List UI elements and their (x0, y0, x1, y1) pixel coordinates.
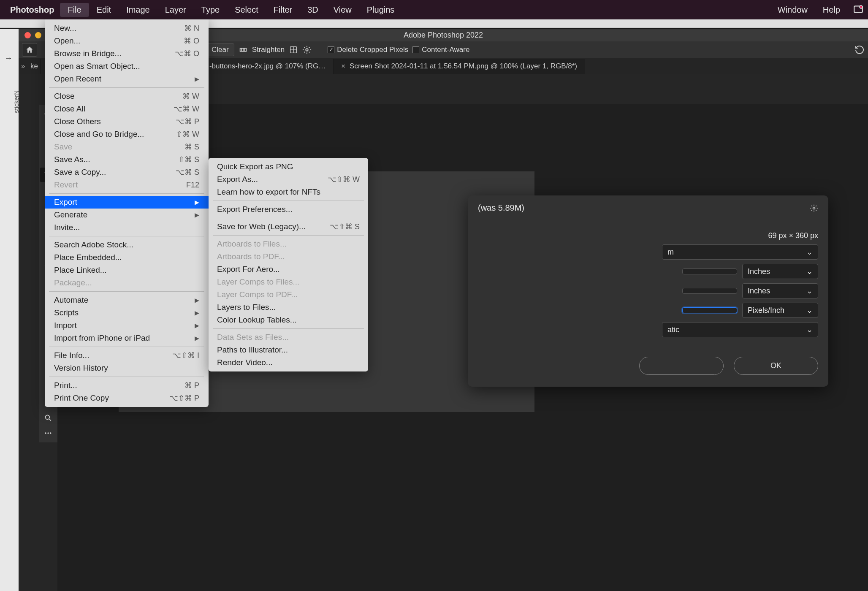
menu-item[interactable]: Automate▶ (45, 294, 209, 306)
menubar-type[interactable]: Type (194, 3, 227, 17)
menu-item-label: File Info... (54, 351, 89, 360)
menubar-3d[interactable]: 3D (300, 3, 326, 17)
minimize-window-button[interactable] (35, 32, 41, 38)
menu-item[interactable]: Invite... (45, 221, 209, 234)
resolution-unit-select[interactable]: Pixels/Inch⌄ (742, 303, 818, 318)
menu-item[interactable]: Export▶ (45, 196, 209, 209)
menu-item[interactable]: Open...⌘ O (45, 35, 209, 47)
menu-item[interactable]: Browse in Bridge...⌥⌘ O (45, 47, 209, 60)
screenshare-icon[interactable] (853, 4, 864, 15)
menu-separator (49, 291, 204, 292)
menu-item-label: Generate (54, 210, 87, 220)
submenu-item[interactable]: Save for Web (Legacy)...⌥⇧⌘ S (209, 220, 368, 233)
submenu-item[interactable]: Render Video... (209, 356, 368, 369)
menu-item[interactable]: Close Others⌥⌘ P (45, 115, 209, 128)
fit-to-select[interactable]: m⌄ (662, 244, 818, 260)
submenu-item[interactable]: Export Preferences... (209, 203, 368, 216)
menubar-filter[interactable]: Filter (266, 3, 300, 17)
gear-icon[interactable] (302, 45, 312, 54)
menubar-image[interactable]: Image (119, 3, 157, 17)
height-unit-select[interactable]: Inches⌄ (742, 283, 818, 298)
resample-select[interactable]: atic⌄ (662, 322, 818, 337)
forward-arrow-icon[interactable]: → (4, 53, 13, 63)
close-tab-icon[interactable]: × (341, 62, 345, 70)
menu-item[interactable]: Version History (45, 362, 209, 374)
cancel-button[interactable] (639, 357, 724, 375)
menu-item-label: Browse in Bridge... (54, 49, 121, 58)
menu-item[interactable]: Close All⌥⌘ W (45, 103, 209, 115)
document-tab[interactable]: ke (23, 59, 41, 74)
export-submenu: Quick Export as PNGExport As...⌥⇧⌘ WLear… (209, 158, 368, 371)
close-window-button[interactable] (24, 32, 31, 38)
menu-item-label: Print... (54, 381, 77, 390)
menubar-layer[interactable]: Layer (157, 3, 194, 17)
submenu-item[interactable]: Export As...⌥⇧⌘ W (209, 173, 368, 186)
menu-item[interactable]: Close and Go to Bridge...⇧⌘ W (45, 128, 209, 141)
menu-item[interactable]: Print One Copy⌥⇧⌘ P (45, 392, 209, 404)
menubar-window[interactable]: Window (770, 3, 815, 17)
svg-point-1 (860, 5, 863, 8)
menu-item-label: Version History (54, 363, 108, 373)
submenu-item[interactable]: Paths to Illustrator... (209, 344, 368, 356)
menu-shortcut: ⌘ S (184, 142, 199, 152)
menu-item[interactable]: Generate▶ (45, 209, 209, 221)
menubar-file[interactable]: File (60, 3, 89, 17)
menubar-edit[interactable]: Edit (89, 3, 119, 17)
submenu-item[interactable]: Export For Aero... (209, 263, 368, 276)
width-input[interactable] (682, 268, 737, 274)
submenu-item[interactable]: Layers to Files... (209, 301, 368, 314)
menu-shortcut: ⌥⌘ S (176, 168, 199, 177)
home-button[interactable] (22, 43, 37, 57)
panel-toggle-icon[interactable]: » (19, 62, 23, 70)
height-input[interactable] (682, 288, 737, 294)
content-aware-checkbox[interactable]: Content-Aware (412, 46, 469, 54)
menu-item-label: Save As... (54, 155, 90, 164)
menu-shortcut: ⇧⌘ S (178, 155, 199, 164)
menu-item-label: Open... (54, 36, 80, 46)
submenu-arrow-icon: ▶ (195, 309, 199, 316)
menu-item[interactable]: Search Adobe Stock... (45, 239, 209, 251)
width-unit-select[interactable]: Inches⌄ (742, 264, 818, 279)
menu-item-label: Layer Comps to PDF... (217, 290, 298, 299)
menu-item-label: Export As... (217, 175, 258, 184)
menubar-view[interactable]: View (326, 3, 359, 17)
menu-item[interactable]: Import from iPhone or iPad▶ (45, 332, 209, 344)
resolution-input[interactable] (682, 307, 737, 313)
menu-item[interactable]: Import▶ (45, 319, 209, 332)
menu-item-label: Artboards to Files... (217, 239, 287, 249)
submenu-item[interactable]: Learn how to export for NFTs (209, 186, 368, 198)
submenu-item[interactable]: Quick Export as PNG (209, 160, 368, 173)
menubar-help[interactable]: Help (815, 3, 848, 17)
menu-item[interactable]: Save a Copy...⌥⌘ S (45, 166, 209, 179)
menu-item[interactable]: Print...⌘ P (45, 379, 209, 392)
dialog-gear-icon[interactable] (810, 204, 818, 212)
menu-item[interactable]: Open Recent▶ (45, 73, 209, 85)
ok-button[interactable]: OK (734, 357, 818, 375)
more-tools[interactable] (40, 426, 56, 440)
menu-item[interactable]: Place Embedded... (45, 251, 209, 264)
menu-shortcut: ⌥⇧⌘ W (328, 175, 360, 184)
menu-item[interactable]: Save As...⇧⌘ S (45, 153, 209, 166)
document-tab[interactable]: × -buttons-hero-2x.jpg @ 107% (RG… (193, 59, 334, 74)
delete-cropped-checkbox[interactable]: Delete Cropped Pixels (328, 46, 408, 54)
submenu-item[interactable]: Color Lookup Tables... (209, 314, 368, 326)
menu-item[interactable]: Place Linked... (45, 264, 209, 277)
menu-item[interactable]: File Info...⌥⇧⌘ I (45, 349, 209, 362)
menubar-select[interactable]: Select (227, 3, 266, 17)
menu-item[interactable]: Open as Smart Object... (45, 60, 209, 73)
menu-item[interactable]: Scripts▶ (45, 306, 209, 319)
straighten-icon[interactable] (239, 45, 248, 54)
zoom-tool[interactable] (40, 411, 56, 425)
menubar: Photoshop File Edit Image Layer Type Sel… (0, 0, 868, 19)
menu-item[interactable]: Close⌘ W (45, 90, 209, 103)
submenu-item: Artboards to Files... (209, 238, 368, 250)
menu-item-label: Artboards to PDF... (217, 252, 285, 261)
menubar-plugins[interactable]: Plugins (359, 3, 402, 17)
menu-item-label: Import from iPhone or iPad (54, 333, 150, 343)
grid-icon[interactable] (289, 45, 298, 54)
menu-item[interactable]: New...⌘ N (45, 22, 209, 35)
document-tab[interactable]: × Screen Shot 2024-01-11 at 1.56.54 PM.p… (334, 59, 585, 74)
clear-button[interactable]: Clear (206, 43, 234, 56)
reset-icon[interactable] (854, 45, 865, 55)
dimensions-text: 69 px × 360 px (768, 231, 818, 240)
